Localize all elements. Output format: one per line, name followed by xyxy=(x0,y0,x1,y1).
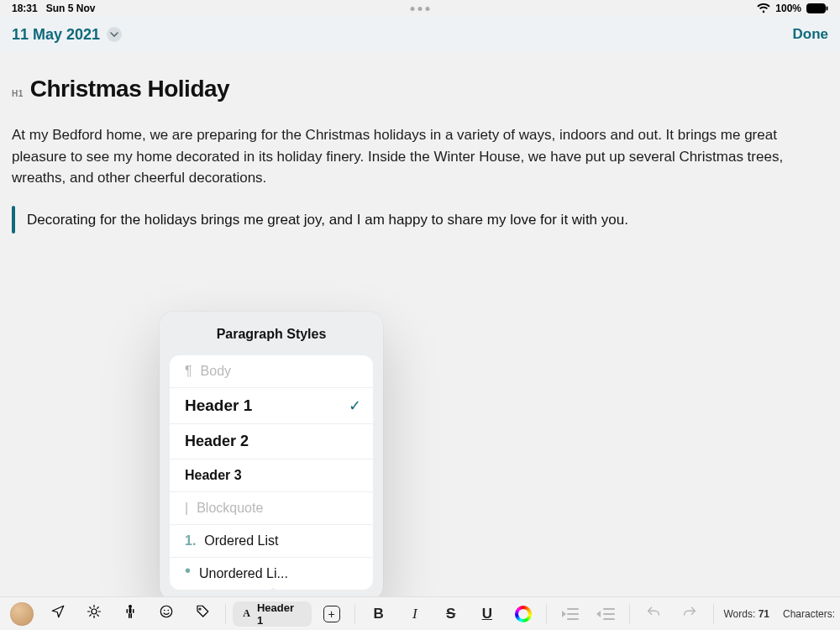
style-body[interactable]: ¶Body xyxy=(170,355,373,388)
style-a-icon: A xyxy=(243,607,250,620)
separator xyxy=(354,604,355,624)
style-list: ¶Body Header 1 ✓ Header 2 Header 3 |Bloc… xyxy=(170,355,373,590)
indent-left-button[interactable] xyxy=(590,601,622,627)
bold-button[interactable]: B xyxy=(362,601,395,627)
strike-button[interactable]: S xyxy=(434,601,467,627)
stats-readout[interactable]: Words: 71 Characters: xyxy=(723,608,835,620)
style-unordered-list[interactable]: •Unordered Li... xyxy=(170,558,373,590)
redo-icon xyxy=(681,605,698,622)
redo-button[interactable] xyxy=(673,601,706,627)
done-button[interactable]: Done xyxy=(793,26,829,43)
svg-rect-14 xyxy=(130,613,132,618)
style-label: Header 1 xyxy=(257,601,302,627)
color-button[interactable] xyxy=(507,601,539,627)
svg-line-10 xyxy=(97,607,98,609)
svg-line-8 xyxy=(97,615,98,617)
separator xyxy=(225,604,226,624)
svg-point-11 xyxy=(129,605,132,608)
multitask-dots[interactable] xyxy=(411,7,430,11)
nav-title: 11 May 2021 xyxy=(12,26,100,44)
person-icon xyxy=(124,604,136,623)
status-time: 18:31 xyxy=(12,3,38,14)
separator xyxy=(629,604,630,624)
style-header-1[interactable]: Header 1 ✓ xyxy=(170,388,373,424)
wifi-icon xyxy=(757,3,770,13)
location-icon xyxy=(50,604,66,623)
svg-point-18 xyxy=(164,610,165,612)
battery-icon xyxy=(806,3,828,13)
indent-left-icon xyxy=(598,608,615,620)
smile-icon xyxy=(159,604,174,623)
tag-button[interactable] xyxy=(186,601,218,627)
avatar-attach-button[interactable] xyxy=(5,601,38,627)
underline-button[interactable]: U xyxy=(470,601,503,627)
doc-body-paragraph[interactable]: At my Bedford home, we are preparing for… xyxy=(12,124,828,189)
nav-bar: 11 May 2021 Done xyxy=(0,17,840,52)
svg-rect-16 xyxy=(133,609,134,613)
svg-rect-0 xyxy=(807,4,826,13)
separator xyxy=(546,604,547,624)
date-picker[interactable]: 11 May 2021 xyxy=(12,26,122,44)
editor-area[interactable]: H1 Christmas Holiday At my Bedford home,… xyxy=(0,52,840,596)
strike-icon: S xyxy=(446,606,455,622)
svg-rect-1 xyxy=(827,7,828,11)
format-toolbar: A Header 1 + B I S U Words: 71 Character… xyxy=(0,596,840,630)
sun-icon xyxy=(87,604,102,623)
avatar-icon xyxy=(10,602,34,626)
svg-rect-12 xyxy=(129,608,131,613)
color-wheel-icon xyxy=(515,606,532,622)
location-button[interactable] xyxy=(41,601,74,627)
weather-button[interactable] xyxy=(77,601,110,627)
paragraph-style-button[interactable]: A Header 1 xyxy=(233,601,312,627)
undo-icon xyxy=(645,605,662,622)
indent-right-button[interactable] xyxy=(554,601,586,627)
svg-point-17 xyxy=(160,606,172,617)
status-date: Sun 5 Nov xyxy=(46,3,96,14)
underline-icon: U xyxy=(482,606,492,622)
check-icon: ✓ xyxy=(349,396,361,415)
plus-box-icon: + xyxy=(323,606,340,622)
indent-right-icon xyxy=(562,608,579,620)
svg-line-7 xyxy=(89,607,91,609)
doc-h1[interactable]: Christmas Holiday xyxy=(30,76,229,102)
style-ordered-list[interactable]: 1.Ordered List xyxy=(170,525,373,558)
blockquote-bar xyxy=(12,206,15,234)
svg-rect-13 xyxy=(129,613,130,618)
doc-blockquote[interactable]: Decorating for the holidays brings me gr… xyxy=(12,206,828,234)
battery-percent: 100% xyxy=(775,3,801,14)
blockquote-text[interactable]: Decorating for the holidays brings me gr… xyxy=(27,206,628,234)
svg-point-20 xyxy=(199,608,201,610)
style-header-3[interactable]: Header 3 xyxy=(170,459,373,492)
insert-button[interactable]: + xyxy=(315,601,348,627)
mood-button[interactable] xyxy=(150,601,182,627)
svg-point-19 xyxy=(167,610,169,612)
h1-badge: H1 xyxy=(12,89,24,98)
paragraph-styles-popover: Paragraph Styles ¶Body Header 1 ✓ Header… xyxy=(160,312,383,600)
separator xyxy=(713,604,714,624)
italic-button[interactable]: I xyxy=(398,601,431,627)
style-blockquote[interactable]: |Blockquote xyxy=(170,492,373,525)
undo-button[interactable] xyxy=(637,601,669,627)
activity-button[interactable] xyxy=(113,601,146,627)
tag-icon xyxy=(194,604,211,623)
style-header-2[interactable]: Header 2 xyxy=(170,424,373,459)
status-bar: 18:31 Sun 5 Nov 100% xyxy=(0,0,840,17)
popover-title: Paragraph Styles xyxy=(160,312,383,355)
svg-point-2 xyxy=(92,609,97,614)
svg-rect-15 xyxy=(126,609,128,613)
chevron-down-icon xyxy=(107,27,122,42)
svg-line-9 xyxy=(89,615,91,617)
